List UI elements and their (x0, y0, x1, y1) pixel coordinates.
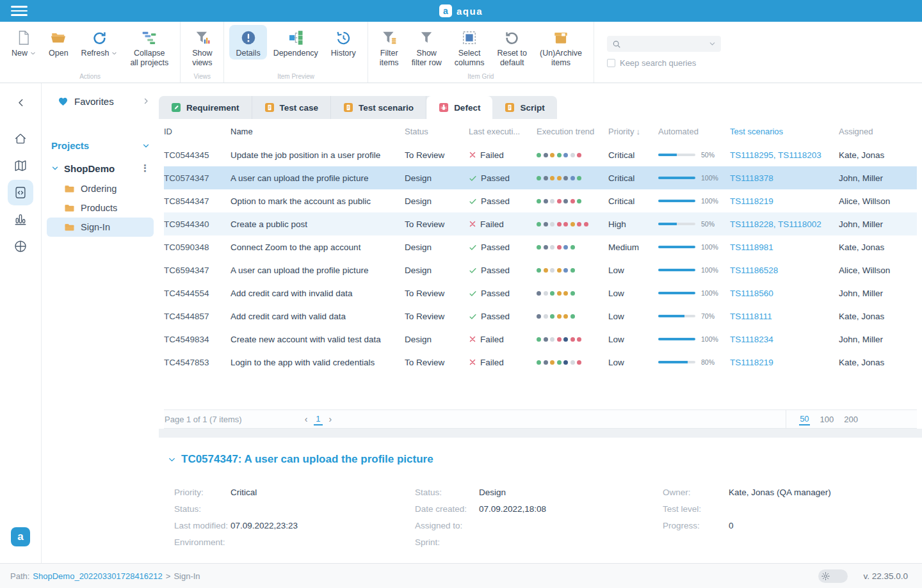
collapse-sidebar-button[interactable] (16, 93, 26, 112)
column-header-priority[interactable]: Priority↓ (608, 127, 658, 136)
passed-check-icon (469, 266, 477, 274)
page-number[interactable]: 1 (314, 413, 322, 425)
select-columns-button[interactable]: Select columns (448, 25, 491, 69)
table-row-TC4544554[interactable]: TC4544554Add credit card with invalid da… (164, 282, 917, 305)
column-header-name[interactable]: Name (230, 127, 405, 136)
tab-requirement[interactable]: Requirement (159, 96, 252, 119)
content-area: RequirementTest caseTest scenarioDefectS… (159, 83, 922, 563)
column-header-test-scenarios[interactable]: Test scenarios (730, 127, 839, 136)
filter-items-button[interactable]: Filter items (373, 25, 405, 69)
cell-test-scenarios-link[interactable]: TS1118295, TS1118203 (730, 150, 839, 160)
cell-last-execution: Passed (469, 196, 537, 206)
project-shopdemo[interactable]: ShopDemo ⋮ (48, 163, 152, 174)
refresh-button[interactable]: Refresh (75, 25, 124, 60)
search-box[interactable] (607, 36, 721, 52)
toolbar-group-caption: Actions (0, 73, 180, 80)
details-button[interactable]: Details (229, 25, 266, 60)
cell-assigned: John, Miller (839, 173, 917, 183)
page-size-200[interactable]: 200 (844, 415, 858, 424)
column-header-execution-trend[interactable]: Execution trend (537, 127, 608, 136)
table-row-TC9544340[interactable]: TC9544340Create a public postTo ReviewFa… (164, 212, 917, 235)
table-row-TC0544345[interactable]: TC0544345Update the job position in a us… (164, 143, 917, 166)
favorites-item[interactable]: Favorites (48, 91, 152, 111)
collapse-all-projects-button[interactable]: Collapse all projects (124, 25, 175, 69)
new-button[interactable]: New (5, 25, 42, 60)
cell-last-execution: Passed (469, 312, 537, 321)
reports-chart-icon[interactable] (8, 207, 33, 232)
trend-dot (577, 360, 581, 365)
cell-test-scenarios-link[interactable]: TS1118234 (730, 335, 839, 344)
table-row-TC8544347[interactable]: TC8544347Option to mark the account as p… (164, 189, 917, 212)
folder-item-sign-in[interactable]: Sign-In (47, 218, 154, 237)
show-filter-row-button[interactable]: Show filter row (405, 25, 448, 69)
cell-priority: Low (608, 312, 658, 321)
cell-name: Create new account with valid test data (230, 335, 405, 344)
reset-to-default-button[interactable]: Reset to default (490, 25, 533, 69)
cell-test-scenarios-link[interactable]: TS1118228, TS1118002 (730, 219, 839, 229)
table-row-TC0574347[interactable]: TC0574347A user can upload the profile p… (164, 166, 917, 189)
table-row-TC0590348[interactable]: TC0590348Connect Zoom to the app account… (164, 235, 917, 258)
cell-test-scenarios-link[interactable]: TS1118219 (730, 196, 839, 206)
cell-status: To Review (405, 312, 469, 321)
hamburger-menu-icon[interactable] (11, 6, 28, 15)
table-row-TC6594347[interactable]: TC6594347A user can upload the profile p… (164, 258, 917, 282)
path-separator: > (166, 571, 171, 581)
left-icon-rail: a (0, 83, 42, 563)
home-icon[interactable] (8, 126, 33, 152)
cell-test-scenarios-link[interactable]: TS1118219 (730, 358, 839, 367)
keep-search-checkbox[interactable] (607, 59, 615, 67)
search-input[interactable] (621, 40, 709, 49)
table-row-TC4544857[interactable]: TC4544857Add credit card with valid data… (164, 305, 917, 328)
trend-dot (563, 153, 568, 157)
cell-test-scenarios-link[interactable]: TS11186528 (730, 266, 839, 275)
cell-test-scenarios-link[interactable]: TS1118981 (730, 242, 839, 252)
unarchive-items-button[interactable]: (Un)Archive items (533, 25, 588, 69)
trend-dot (557, 314, 562, 319)
column-header-assigned[interactable]: Assigned (839, 127, 917, 136)
cell-test-scenarios-link[interactable]: TS1118378 (730, 173, 839, 183)
folder-label: Ordering (81, 184, 117, 194)
matrix-grid-icon[interactable] (8, 234, 33, 259)
path-project-link[interactable]: ShopDemo_202203301728416212 (33, 571, 162, 581)
show-views-button[interactable]: Show views (186, 25, 218, 69)
items-icon[interactable] (8, 180, 33, 205)
page-size-50[interactable]: 50 (799, 413, 809, 425)
column-header-last-executi[interactable]: Last executi... (469, 127, 537, 136)
history-button[interactable]: History (325, 25, 362, 60)
map-icon[interactable] (8, 153, 33, 179)
chevron-down-icon[interactable] (709, 40, 716, 47)
table-row-TC4549834[interactable]: TC4549834Create new account with valid t… (164, 328, 917, 351)
tab-test-case[interactable]: Test case (252, 96, 332, 119)
trend-dot (563, 268, 568, 273)
cell-status: Design (405, 266, 469, 275)
kebab-menu-icon[interactable]: ⋮ (140, 163, 150, 174)
open-button[interactable]: Open (42, 25, 75, 60)
trend-dot (557, 291, 562, 296)
cell-name: A user can upload the profile picture (230, 266, 405, 275)
cell-test-scenarios-link[interactable]: TS1118560 (730, 289, 839, 298)
trend-dot (557, 199, 562, 203)
folder-item-ordering[interactable]: Ordering (47, 179, 154, 198)
page-size-100[interactable]: 100 (820, 415, 834, 424)
tab-defect[interactable]: Defect (426, 96, 492, 119)
details-column-2: Status:DesignDate created:07.09.2022,18:… (415, 486, 546, 548)
toolbar-groups: New OpenRefresh Collapse all projectsAct… (0, 22, 594, 83)
prev-page-button[interactable]: ‹ (305, 414, 308, 424)
dependency-button[interactable]: Dependency (267, 25, 325, 60)
next-page-button[interactable]: › (329, 414, 332, 424)
settings-toggle[interactable] (818, 569, 848, 583)
tab-label: Test case (280, 103, 319, 113)
cell-test-scenarios-link[interactable]: TS1118111 (730, 312, 839, 321)
tab-test-scenario[interactable]: Test scenario (331, 96, 426, 119)
column-header-id[interactable]: ID (164, 127, 230, 136)
folder-item-products[interactable]: Products (47, 198, 154, 218)
toolbar-group-item-preview: DetailsDependencyHistoryItem Preview (224, 22, 368, 83)
tab-script[interactable]: Script (492, 96, 556, 119)
column-header-status[interactable]: Status (405, 127, 469, 136)
projects-section-header[interactable]: Projects (48, 140, 152, 151)
table-row-TC4547853[interactable]: TC4547853Login to the app with valid cre… (164, 351, 917, 374)
details-title[interactable]: TC0574347: A user can upload the profile… (168, 453, 433, 466)
column-header-automated[interactable]: Automated (658, 127, 730, 136)
cell-priority: Low (608, 358, 658, 367)
history-icon (335, 29, 352, 47)
